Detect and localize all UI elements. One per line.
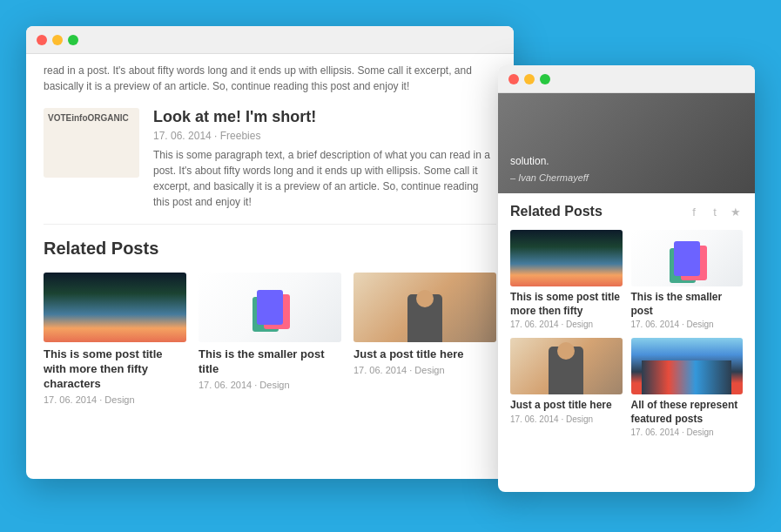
rss-icon[interactable]: ★	[729, 205, 743, 219]
small-related-thumb-3	[631, 338, 744, 394]
main-title-bar	[26, 26, 514, 54]
small-related-meta-3: 17. 06. 2014 · Design	[631, 428, 744, 437]
twitter-icon[interactable]: t	[708, 205, 722, 219]
related-posts-title: Related Posts	[44, 239, 496, 259]
small-related-item-1[interactable]: This is the smaller post 17. 06. 2014 · …	[631, 230, 744, 329]
quote-author: – Ivan Chermayeff	[510, 172, 589, 185]
post-thumbnail	[44, 108, 139, 178]
related-item-0[interactable]: This is some post title with more then f…	[44, 273, 186, 405]
related-thumb-2	[353, 273, 496, 342]
small-related-item-2[interactable]: Just a post title here 17. 06. 2014 · De…	[510, 338, 623, 437]
related-item-1[interactable]: This is the smaller post title 17. 06. 2…	[199, 273, 341, 405]
main-browser-window: read in a post. It's about fifty words l…	[26, 26, 514, 479]
small-maximize-dot[interactable]	[540, 74, 550, 84]
post-item: Look at me! I'm short! 17. 06. 2014 · Fr…	[44, 94, 496, 225]
small-browser-window: solution. – Ivan Chermayeff Related Post…	[498, 65, 755, 492]
small-title-bar	[498, 65, 755, 93]
post-meta: 17. 06. 2014 · Freebies	[153, 130, 496, 142]
quote-section: solution. – Ivan Chermayeff	[498, 93, 755, 193]
social-icons: f t ★	[687, 205, 743, 219]
maximize-dot[interactable]	[68, 35, 78, 45]
related-meta-0: 17. 06. 2014 · Design	[44, 394, 186, 405]
small-close-dot[interactable]	[508, 74, 519, 84]
quote-body: solution.	[510, 154, 589, 169]
small-related-thumb-0	[510, 230, 623, 286]
related-item-2[interactable]: Just a post title here 17. 06. 2014 · De…	[353, 273, 496, 405]
small-related-section: Related Posts f t ★ This is some post ti…	[498, 193, 755, 444]
small-section-header: Related Posts f t ★	[510, 204, 743, 219]
top-excerpt: read in a post. It's about fifty words l…	[26, 54, 514, 94]
small-content: solution. – Ivan Chermayeff Related Post…	[498, 93, 755, 492]
post-title: Look at me! I'm short!	[153, 108, 496, 126]
post-info: Look at me! I'm short! 17. 06. 2014 · Fr…	[153, 108, 496, 210]
small-related-title-2: Just a post title here	[510, 399, 623, 413]
small-related-meta-1: 17. 06. 2014 · Design	[631, 320, 744, 329]
small-related-item-3[interactable]: All of these represent featured posts 17…	[631, 338, 744, 437]
small-related-title: Related Posts	[510, 204, 603, 219]
quote-text: solution. – Ivan Chermayeff	[510, 154, 589, 185]
minimize-dot[interactable]	[52, 35, 63, 45]
small-related-title-3: All of these represent featured posts	[631, 399, 744, 426]
close-dot[interactable]	[37, 35, 47, 45]
related-posts-section: Related Posts This is some post title wi…	[26, 225, 514, 414]
related-meta-1: 17. 06. 2014 · Design	[199, 380, 341, 390]
related-posts-grid: This is some post title with more then f…	[44, 273, 496, 405]
post-excerpt: This is some paragraph text, a brief des…	[153, 147, 496, 210]
post-list: Look at me! I'm short! 17. 06. 2014 · Fr…	[26, 94, 514, 225]
small-related-meta-2: 17. 06. 2014 · Design	[510, 414, 623, 424]
related-meta-2: 17. 06. 2014 · Design	[353, 365, 496, 375]
related-thumb-0	[44, 273, 186, 342]
small-related-title-1: This is the smaller post	[631, 291, 744, 318]
small-related-grid: This is some post title more then fifty …	[510, 230, 743, 437]
related-title-0: This is some post title with more then f…	[44, 347, 186, 392]
facebook-icon[interactable]: f	[687, 205, 701, 219]
small-related-item-0[interactable]: This is some post title more then fifty …	[510, 230, 623, 329]
related-title-2: Just a post title here	[353, 347, 496, 362]
related-thumb-1	[199, 273, 341, 342]
small-minimize-dot[interactable]	[524, 74, 535, 84]
small-related-thumb-1	[631, 230, 744, 286]
related-title-1: This is the smaller post title	[199, 347, 341, 377]
main-content: read in a post. It's about fifty words l…	[26, 54, 514, 479]
small-related-title-0: This is some post title more then fifty	[510, 291, 623, 318]
small-related-meta-0: 17. 06. 2014 · Design	[510, 320, 623, 329]
small-related-thumb-2	[510, 338, 623, 394]
